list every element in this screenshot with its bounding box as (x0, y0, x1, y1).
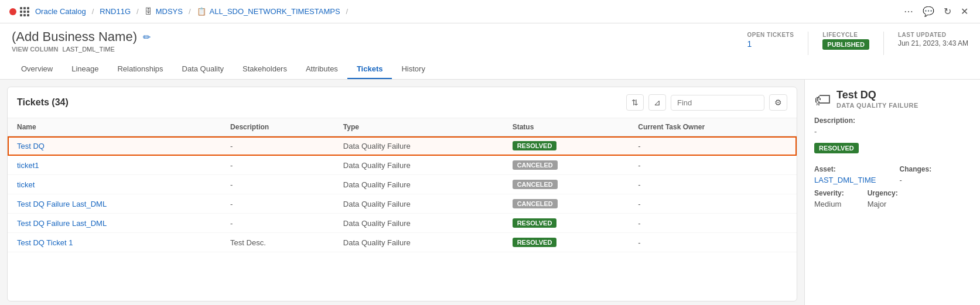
grid-icon (20, 7, 29, 16)
panel-severity-urgency-row: Severity: Medium Urgency: Major (814, 189, 971, 208)
edit-title-button[interactable]: ✏ (143, 32, 151, 43)
panel-header: 🏷 Test DQ DATA QUALITY FAILURE (814, 89, 971, 109)
table-row[interactable]: Test DQ - Data Quality Failure RESOLVED … (8, 136, 797, 156)
cell-name[interactable]: Test DQ (8, 136, 221, 156)
changes-label: Changes: (899, 165, 931, 173)
view-column-label: VIEW COLUMN (12, 46, 58, 53)
sort-button[interactable]: ⇅ (626, 94, 644, 111)
cell-type: Data Quality Failure (334, 156, 503, 175)
page-title: (Add Business Name) (12, 29, 137, 44)
content-area: Tickets (34) ⇅ ⊿ ⚙ Name Description Type… (7, 87, 797, 301)
refresh-button[interactable]: ↻ (941, 4, 954, 19)
top-nav-actions: ⋯ 💬 ↻ ✕ (902, 4, 971, 19)
status-badge: CANCELED (513, 180, 558, 189)
stat-divider-1 (808, 32, 808, 55)
breadcrumb-oracle-catalog[interactable]: Oracle Catalog (35, 7, 86, 16)
oracle-dot (9, 8, 16, 15)
panel-title: Test DQ (836, 89, 918, 102)
panel-urgency-col: Urgency: Major (868, 189, 898, 208)
cell-name[interactable]: Test DQ Ticket 1 (8, 233, 221, 252)
cell-description: - (221, 136, 334, 156)
ticket-name-link[interactable]: ticket1 (17, 161, 39, 170)
panel-description-section: Description: - (814, 116, 971, 136)
panel-changes-col: Changes: - (899, 165, 931, 184)
tab-attributes[interactable]: Attributes (296, 60, 347, 79)
tab-stakeholders[interactable]: Stakeholders (233, 60, 296, 79)
table-row[interactable]: Test DQ Failure Last_DML - Data Quality … (8, 194, 797, 214)
description-label: Description: (814, 116, 971, 125)
tickets-table: Name Description Type Status Current Tas… (8, 118, 797, 252)
cell-name[interactable]: ticket1 (8, 156, 221, 175)
panel-icon: 🏷 (814, 90, 831, 109)
cell-name[interactable]: ticket (8, 175, 221, 194)
status-badge: RESOLVED (513, 238, 557, 247)
panel-severity-col: Severity: Medium (814, 189, 844, 208)
cell-type: Data Quality Failure (334, 233, 503, 252)
settings-button[interactable]: ⚙ (769, 94, 787, 111)
panel-asset-changes-row: Asset: LAST_DML_TIME Changes: - (814, 165, 971, 184)
panel-asset-col: Asset: LAST_DML_TIME (814, 165, 876, 184)
lifecycle-stat: LIFECYCLE PUBLISHED (822, 32, 869, 50)
tab-lineage[interactable]: Lineage (62, 60, 108, 79)
db-icon: 🗄 (145, 7, 152, 16)
asset-label: Asset: (814, 165, 876, 173)
panel-subtitle: DATA QUALITY FAILURE (836, 102, 918, 109)
tickets-controls: ⇅ ⊿ ⚙ (626, 94, 787, 111)
more-options-button[interactable]: ⋯ (902, 4, 916, 19)
cell-name[interactable]: Test DQ Failure Last_DML (8, 214, 221, 233)
table-row[interactable]: Test DQ Failure Last_DML - Data Quality … (8, 214, 797, 233)
ticket-name-link[interactable]: Test DQ Failure Last_DML (17, 200, 107, 208)
tab-data-quality[interactable]: Data Quality (173, 60, 234, 79)
table-row[interactable]: ticket - Data Quality Failure CANCELED - (8, 175, 797, 194)
tickets-title: Tickets (34) (17, 97, 69, 108)
breadcrumb-rnd11g[interactable]: RND11G (100, 7, 131, 16)
cell-status: RESOLVED (503, 136, 629, 156)
title-row: (Add Business Name) ✏ (12, 29, 151, 44)
cell-owner: - (629, 175, 797, 194)
ticket-name-link[interactable]: ticket (17, 180, 35, 189)
urgency-label: Urgency: (868, 189, 898, 197)
header-right: OPEN TICKETS 1 LIFECYCLE PUBLISHED LAST … (747, 32, 968, 55)
cell-owner: - (629, 214, 797, 233)
tab-tickets[interactable]: Tickets (347, 60, 392, 79)
col-description: Description (221, 118, 334, 136)
ticket-name-link[interactable]: Test DQ Ticket 1 (17, 238, 73, 247)
table-icon: 📋 (197, 7, 206, 16)
cell-status: RESOLVED (503, 233, 629, 252)
cell-owner: - (629, 233, 797, 252)
ticket-name-link[interactable]: Test DQ (17, 142, 45, 150)
last-updated-label: LAST UPDATED (898, 32, 946, 38)
breadcrumb-table[interactable]: ALL_SDO_NETWORK_TIMESTAMPS (210, 7, 340, 16)
view-column-value: LAST_DML_TIME (63, 46, 115, 53)
table-header-row: Name Description Type Status Current Tas… (8, 118, 797, 136)
table-row[interactable]: Test DQ Ticket 1 Test Desc. Data Quality… (8, 233, 797, 252)
breadcrumb-mdsys[interactable]: MDSYS (156, 7, 183, 16)
chat-button[interactable]: 💬 (920, 4, 937, 19)
cell-status: RESOLVED (503, 214, 629, 233)
filter-button[interactable]: ⊿ (648, 94, 666, 111)
cell-owner: - (629, 194, 797, 214)
cell-type: Data Quality Failure (334, 194, 503, 214)
asset-value[interactable]: LAST_DML_TIME (814, 176, 876, 184)
col-status: Status (503, 118, 629, 136)
last-updated-value: Jun 21, 2023, 3:43 AM (898, 39, 968, 47)
tab-history[interactable]: History (392, 60, 434, 79)
panel-status-section: RESOLVED (814, 143, 971, 158)
tab-overview[interactable]: Overview (12, 60, 62, 79)
description-value: - (814, 127, 971, 136)
view-column-row: VIEW COLUMN LAST_DML_TIME (12, 46, 151, 53)
cell-name[interactable]: Test DQ Failure Last_DML (8, 194, 221, 214)
cell-owner: - (629, 136, 797, 156)
tab-relationships[interactable]: Relationships (108, 60, 172, 79)
cell-status: CANCELED (503, 194, 629, 214)
header-left: (Add Business Name) ✏ VIEW COLUMN LAST_D… (12, 29, 151, 53)
find-input[interactable] (671, 95, 764, 111)
table-row[interactable]: ticket1 - Data Quality Failure CANCELED … (8, 156, 797, 175)
severity-label: Severity: (814, 189, 844, 197)
ticket-name-link[interactable]: Test DQ Failure Last_DML (17, 219, 107, 228)
close-button[interactable]: ✕ (958, 4, 971, 19)
cell-owner: - (629, 156, 797, 175)
cell-type: Data Quality Failure (334, 175, 503, 194)
cell-description: - (221, 156, 334, 175)
tabs-row: Overview Lineage Relationships Data Qual… (12, 60, 968, 79)
